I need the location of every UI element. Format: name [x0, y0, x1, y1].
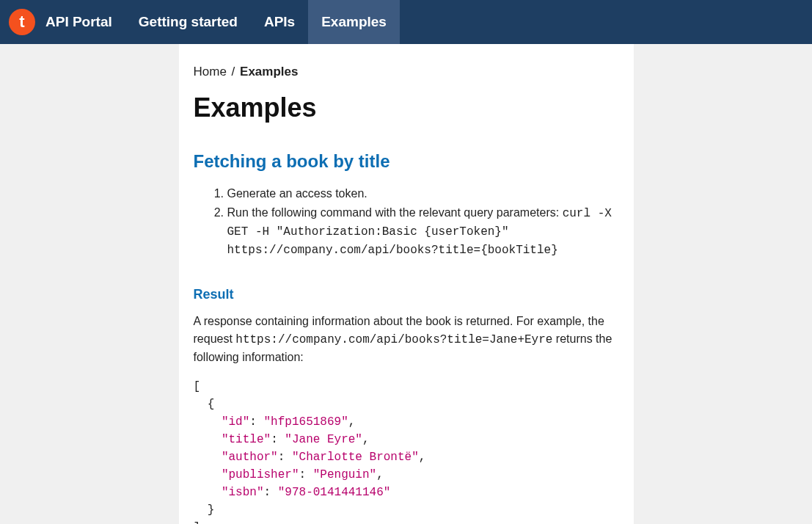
result-text-code: https://company.com/api/books?title=Jane…	[235, 333, 552, 346]
result-text: A response containing information about …	[194, 313, 619, 366]
breadcrumb-home[interactable]: Home	[194, 65, 227, 79]
breadcrumb-separator: /	[232, 65, 235, 79]
logo-icon: t	[9, 9, 35, 35]
logo-letter: t	[19, 14, 24, 30]
page-title: Examples	[194, 92, 619, 123]
json-response: [ { "id": "hfp1651869", "title": "Jane E…	[194, 378, 619, 524]
result-heading: Result	[194, 287, 619, 302]
breadcrumb-current: Examples	[240, 65, 298, 79]
navbar: t API Portal Getting started APIs Exampl…	[0, 0, 812, 44]
step-2-text: Run the following command with the relev…	[227, 206, 563, 219]
step-1: Generate an access token.	[227, 185, 619, 203]
nav-examples[interactable]: Examples	[308, 0, 400, 44]
content-wrapper: Home / Examples Examples Fetching a book…	[0, 44, 812, 524]
breadcrumb: Home / Examples	[194, 65, 619, 79]
nav-getting-started[interactable]: Getting started	[125, 0, 251, 44]
step-2: Run the following command with the relev…	[227, 204, 619, 259]
steps-list: Generate an access token. Run the follow…	[194, 185, 619, 259]
nav-apis[interactable]: APIs	[251, 0, 308, 44]
logo-area[interactable]: t API Portal	[0, 9, 125, 35]
section-title: Fetching a book by title	[194, 151, 619, 172]
content: Home / Examples Examples Fetching a book…	[179, 44, 634, 524]
logo-text: API Portal	[45, 14, 112, 30]
